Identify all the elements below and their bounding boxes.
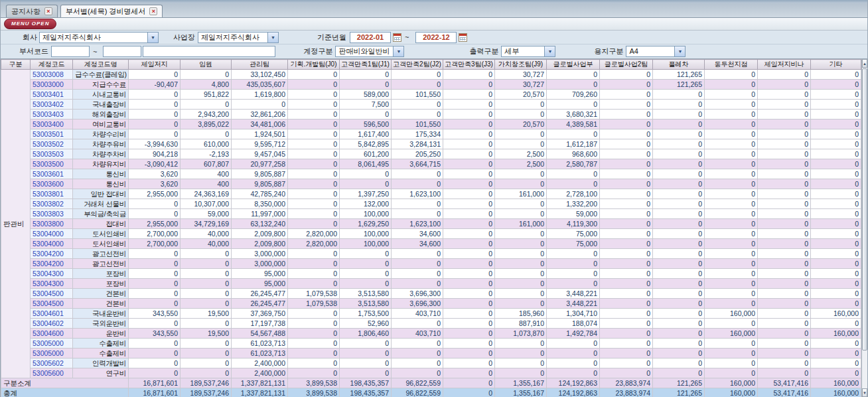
value-cell[interactable]: 0 <box>705 110 758 119</box>
table-row[interactable]: 53003501차량수리비001,924,50101,617,400175,33… <box>1 129 861 139</box>
value-cell[interactable]: 0 <box>288 119 340 129</box>
value-cell[interactable]: 30,727 <box>495 70 547 80</box>
value-cell[interactable]: 3,448,221 <box>547 299 600 309</box>
value-cell[interactable]: 0 <box>600 358 653 368</box>
value-cell[interactable]: -3,090,412 <box>129 159 181 169</box>
value-cell[interactable]: 0 <box>600 269 653 279</box>
value-cell[interactable]: 0 <box>495 179 547 189</box>
value-cell[interactable]: 0 <box>495 100 547 110</box>
value-cell[interactable]: 0 <box>705 368 758 378</box>
value-cell[interactable]: 0 <box>392 169 443 179</box>
value-cell[interactable]: 59,000 <box>181 209 232 219</box>
table-row[interactable]: 53004500견본비0026,245,4771,079,5383,513,58… <box>1 289 861 299</box>
value-cell[interactable]: 0 <box>705 259 758 269</box>
value-cell[interactable]: 0 <box>288 159 340 169</box>
account-name-cell[interactable]: 국내출장비 <box>73 100 129 110</box>
value-cell[interactable]: 0 <box>288 80 340 90</box>
value-cell[interactable]: 0 <box>288 169 340 179</box>
value-cell[interactable]: 2,820,000 <box>288 239 340 249</box>
value-cell[interactable]: 0 <box>758 309 811 319</box>
table-row[interactable]: 53003600통신비3,6204009,805,88700000000000 <box>1 179 861 189</box>
value-cell[interactable]: 100,000 <box>340 209 392 219</box>
value-cell[interactable]: 0 <box>443 329 495 339</box>
value-cell[interactable]: 0 <box>811 349 861 358</box>
value-cell[interactable]: 53,417,416 <box>758 378 811 388</box>
value-cell[interactable]: 0 <box>443 229 495 239</box>
value-cell[interactable]: 0 <box>600 349 653 358</box>
value-cell[interactable]: 0 <box>653 329 705 339</box>
value-cell[interactable]: 0 <box>811 229 861 239</box>
value-cell[interactable]: 0 <box>653 368 705 378</box>
column-header[interactable]: 구분 <box>1 60 31 70</box>
value-cell[interactable]: 0 <box>495 358 547 368</box>
column-header[interactable]: 동두천지점 <box>705 60 758 70</box>
value-cell[interactable]: 607,807 <box>181 159 232 169</box>
value-cell[interactable]: 24,363,169 <box>181 189 232 199</box>
account-name-cell[interactable]: 거래처 선물비 <box>73 199 129 209</box>
value-cell[interactable]: 343,550 <box>129 329 181 339</box>
value-cell[interactable]: 0 <box>758 159 811 169</box>
value-cell[interactable]: 101,550 <box>392 119 443 129</box>
value-cell[interactable]: 3,448,221 <box>547 289 600 299</box>
value-cell[interactable]: 0 <box>705 149 758 159</box>
account-name-cell[interactable]: 포장비 <box>73 279 129 289</box>
value-cell[interactable]: 2,580,787 <box>547 159 600 169</box>
value-cell[interactable]: 3,513,580 <box>340 299 392 309</box>
value-cell[interactable]: 0 <box>181 319 232 329</box>
value-cell[interactable]: 0 <box>232 100 288 110</box>
value-cell[interactable]: 0 <box>181 249 232 259</box>
value-cell[interactable]: 96,822,559 <box>392 388 443 397</box>
account-name-cell[interactable]: 급수수료(클레임) <box>73 70 129 80</box>
value-cell[interactable]: 0 <box>495 199 547 209</box>
close-icon[interactable]: × <box>149 7 157 15</box>
account-code-cell[interactable]: 53003502 <box>31 139 73 149</box>
scroll-down-icon[interactable]: ▼ <box>862 388 867 397</box>
value-cell[interactable]: 0 <box>811 209 861 219</box>
value-cell[interactable]: 2,009,800 <box>232 239 288 249</box>
value-cell[interactable]: 0 <box>653 279 705 289</box>
account-name-cell[interactable]: 견본비 <box>73 289 129 299</box>
value-cell[interactable]: 0 <box>653 339 705 349</box>
value-cell[interactable]: 2,500 <box>495 159 547 169</box>
table-row[interactable]: 53004000도서인쇄비2,700,00040,0002,009,8002,8… <box>1 239 861 249</box>
value-cell[interactable]: 0 <box>758 269 811 279</box>
value-cell[interactable]: 1,623,100 <box>392 189 443 199</box>
account-name-cell[interactable]: 광고선전비 <box>73 249 129 259</box>
value-cell[interactable]: 0 <box>288 149 340 159</box>
value-cell[interactable]: 0 <box>443 199 495 209</box>
value-cell[interactable]: 1,806,460 <box>340 329 392 339</box>
value-cell[interactable]: 0 <box>811 199 861 209</box>
value-cell[interactable]: 0 <box>181 70 232 80</box>
value-cell[interactable]: 0 <box>443 139 495 149</box>
table-row[interactable]: 53003800접대비2,955,00034,729,16963,132,240… <box>1 219 861 229</box>
value-cell[interactable]: 0 <box>288 90 340 100</box>
value-cell[interactable]: 3,696,300 <box>392 299 443 309</box>
value-cell[interactable]: 0 <box>705 249 758 259</box>
account-name-cell[interactable]: 통신비 <box>73 179 129 189</box>
account-name-cell[interactable]: 차량수리비 <box>73 129 129 139</box>
value-cell[interactable]: 54,567,488 <box>232 329 288 339</box>
value-cell[interactable]: 61,023,713 <box>232 349 288 358</box>
table-row[interactable]: 53004600운반비343,55019,50054,567,48801,806… <box>1 329 861 339</box>
value-cell[interactable]: 0 <box>181 269 232 279</box>
value-cell[interactable]: 0 <box>495 139 547 149</box>
value-cell[interactable]: 0 <box>288 100 340 110</box>
value-cell[interactable]: 0 <box>392 110 443 119</box>
value-cell[interactable]: 0 <box>811 259 861 269</box>
account-code-cell[interactable]: 53003800 <box>31 219 73 229</box>
workplace-select[interactable]: 제일저지주식회사 ▼ <box>198 32 279 43</box>
value-cell[interactable]: 0 <box>811 319 861 329</box>
value-cell[interactable]: 0 <box>129 259 181 269</box>
value-cell[interactable]: 0 <box>392 339 443 349</box>
account-name-cell[interactable]: 접대비 <box>73 219 129 229</box>
value-cell[interactable]: 0 <box>443 149 495 159</box>
value-cell[interactable]: 0 <box>443 219 495 229</box>
value-cell[interactable]: 0 <box>705 229 758 239</box>
value-cell[interactable]: 0 <box>758 179 811 189</box>
value-cell[interactable]: 0 <box>443 249 495 259</box>
value-cell[interactable]: 0 <box>653 179 705 189</box>
table-row[interactable]: 53004500견본비0026,245,4771,079,5383,513,58… <box>1 299 861 309</box>
value-cell[interactable]: 0 <box>600 149 653 159</box>
account-code-cell[interactable]: 53004601 <box>31 309 73 319</box>
value-cell[interactable]: 0 <box>811 269 861 279</box>
